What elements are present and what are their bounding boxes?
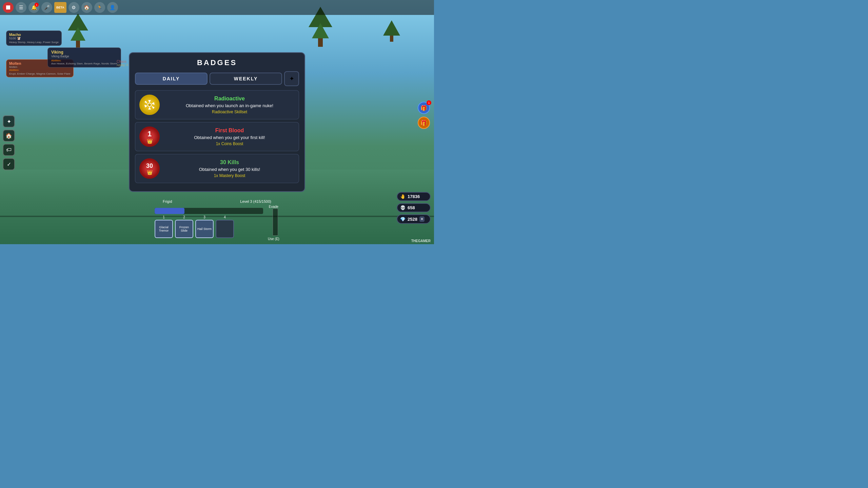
- left-action-buttons: ✦ 🏠 🏷 ✓: [3, 115, 15, 170]
- macho-score: 5100 🐮: [9, 37, 59, 40]
- coins-stat: 🤚 17836: [397, 192, 431, 201]
- tree-decoration: [68, 14, 88, 47]
- slot-1[interactable]: Glacial Tremor: [155, 220, 173, 238]
- macho-name: Macho: [9, 33, 59, 37]
- gift-badge: 1: [427, 100, 431, 105]
- coins-value: 17836: [408, 194, 420, 199]
- badge-first-blood-reward: 1x Coins Boost: [164, 141, 295, 146]
- viking-abilities-label: Abilities:: [51, 59, 117, 62]
- character-name: Frigid: [163, 199, 172, 203]
- sparkle-icon: ✦: [289, 75, 294, 82]
- evade-bar: [273, 209, 278, 236]
- gems-plus-button[interactable]: +: [419, 216, 425, 222]
- molten-abilities: Erupt, Ember Charge, Magma Cannon, Solar…: [9, 72, 71, 75]
- evade-section: Evade Use (E): [268, 205, 279, 241]
- slot-4[interactable]: [216, 220, 234, 238]
- badge-radioactive: Radioactive Obtained when you launch an …: [135, 90, 299, 119]
- skill-slots-row: 1 Glacial Tremor 2 Frozen Slide 3 Hail S…: [155, 215, 263, 238]
- badge-radioactive-desc: Obtained when you launch an in-game nuke…: [164, 103, 295, 108]
- slot-3-container: 3 Hail Storm: [195, 215, 214, 238]
- use-label: Use (E): [268, 237, 279, 241]
- badge-30kills-name: 30 Kills: [164, 159, 295, 165]
- thegamer-watermark: THEGAMER: [411, 239, 431, 243]
- mic-button[interactable]: 🎤: [41, 2, 52, 13]
- badge-first-blood-number: 1: [147, 130, 152, 138]
- top-bar: ☰ 🔔 1 🎤 BETA ⚙ 🏠 🏃 👤: [0, 0, 434, 15]
- tab-weekly[interactable]: WEEKLY: [210, 73, 282, 85]
- badge-30kills-icon: 30 👑: [139, 158, 160, 179]
- badge-first-blood: 1 👑 First Blood Obtained when you get yo…: [135, 122, 299, 151]
- kills-value: 658: [408, 205, 415, 210]
- badge-first-blood-symbol: 👑: [147, 138, 153, 144]
- star-button[interactable]: ✦: [3, 115, 15, 128]
- slot-1-number: 1: [163, 215, 165, 219]
- badge-first-blood-info: First Blood Obtained when you get your f…: [164, 128, 295, 146]
- right-stats: 🤚 17836 💀 658 💎 2528 +: [397, 192, 431, 224]
- viking-card: Viking Viking Badge Abilities: Axe Heave…: [47, 47, 121, 67]
- viking-badge: Viking Badge: [51, 55, 117, 58]
- badge-first-blood-name: First Blood: [164, 128, 295, 134]
- home-button[interactable]: 🏠: [81, 2, 92, 13]
- tree-decoration-3: [383, 20, 400, 42]
- skill-bottom-row: 1 Glacial Tremor 2 Frozen Slide 3 Hail S…: [155, 205, 279, 241]
- badge-radioactive-icon: [139, 95, 160, 115]
- svg-point-2: [148, 103, 151, 106]
- kills-stat: 💀 658: [397, 203, 431, 212]
- skill-bar: Frigid Level 3 (415/1500) 1 Glacial Trem…: [155, 199, 279, 241]
- badge-radioactive-info: Radioactive Obtained when you launch an …: [164, 96, 295, 114]
- building-button[interactable]: 🏠: [3, 130, 15, 142]
- viking-name: Viking: [51, 50, 117, 55]
- badge-30kills: 30 👑 30 Kills Obtained when you get 30 k…: [135, 154, 299, 183]
- slot-3-label: Hail Storm: [197, 227, 212, 231]
- slot-1-container: 1 Glacial Tremor: [155, 215, 173, 238]
- slot-2-container: 2 Frozen Slide: [175, 215, 193, 238]
- gems-value: 2528: [408, 217, 417, 222]
- coins-icon: 🤚: [400, 194, 406, 199]
- badges-tabs: DAILY WEEKLY ✦: [135, 71, 299, 86]
- beta-badge: BETA: [54, 2, 66, 13]
- slot-2[interactable]: Frozen Slide: [175, 220, 193, 238]
- tab-special-button[interactable]: ✦: [284, 71, 299, 86]
- badge-30kills-symbol: 👑: [147, 170, 153, 175]
- slot-2-number: 2: [183, 215, 185, 219]
- macho-abilities: Heavy Stomp, Heavy Leap, Power Surge: [9, 41, 59, 44]
- tag-button[interactable]: 🏷: [3, 144, 15, 156]
- badge-30kills-info: 30 Kills Obtained when you get 30 kills!…: [164, 159, 295, 178]
- badge-first-blood-desc: Obtained when you get your first kill!: [164, 135, 295, 140]
- gems-stat: 💎 2528 +: [397, 214, 431, 224]
- slot-3[interactable]: Hail Storm: [195, 220, 214, 238]
- check-button[interactable]: ✓: [3, 158, 15, 170]
- menu-button[interactable]: ☰: [16, 2, 26, 13]
- tab-daily[interactable]: DAILY: [135, 73, 208, 85]
- slot-3-number: 3: [203, 215, 205, 219]
- run-button[interactable]: 🏃: [94, 2, 105, 13]
- molten-abilities-label: Abilities:: [9, 69, 71, 72]
- badge-radioactive-reward: Radioactive Skillset: [164, 110, 295, 114]
- evade-label: Evade: [269, 205, 278, 209]
- slot-4-number: 4: [224, 215, 226, 219]
- slot-1-label: Glacial Tremor: [156, 226, 172, 232]
- ability-float-text: Ability: F...: [117, 63, 131, 67]
- right-gift-buttons: 🎁 1 🎁: [418, 102, 430, 129]
- badges-title: BADGES: [135, 58, 299, 67]
- person-button[interactable]: 👤: [107, 2, 118, 13]
- badge-30kills-number: 30: [146, 162, 153, 170]
- slot-4-container: 4: [216, 215, 234, 238]
- badge-30kills-desc: Obtained when you get 30 kills!: [164, 167, 295, 172]
- slot-2-label: Frozen Slide: [176, 226, 192, 232]
- badge-30kills-reward: 1x Mastery Boost: [164, 173, 295, 178]
- badges-panel: BADGES DAILY WEEKLY ✦ Radioactive Obtain…: [129, 52, 305, 192]
- notification-button[interactable]: 🔔 1: [28, 2, 39, 13]
- settings-button[interactable]: ⚙: [68, 2, 79, 13]
- level-label: Level 3 (415/1500): [240, 199, 271, 203]
- gift-button-container: 🎁 1: [418, 102, 430, 114]
- notification-badge: 1: [35, 3, 39, 7]
- badge-first-blood-icon: 1 👑: [139, 126, 160, 147]
- xp-bar: [155, 208, 263, 214]
- chaos-float-text: Chaos: [117, 60, 126, 63]
- special-button[interactable]: 🎁: [418, 117, 430, 129]
- skill-info-row: Frigid Level 3 (415/1500): [163, 199, 271, 203]
- svg-rect-0: [6, 5, 10, 9]
- roblox-button[interactable]: [3, 2, 14, 13]
- skull-icon: 💀: [400, 205, 406, 210]
